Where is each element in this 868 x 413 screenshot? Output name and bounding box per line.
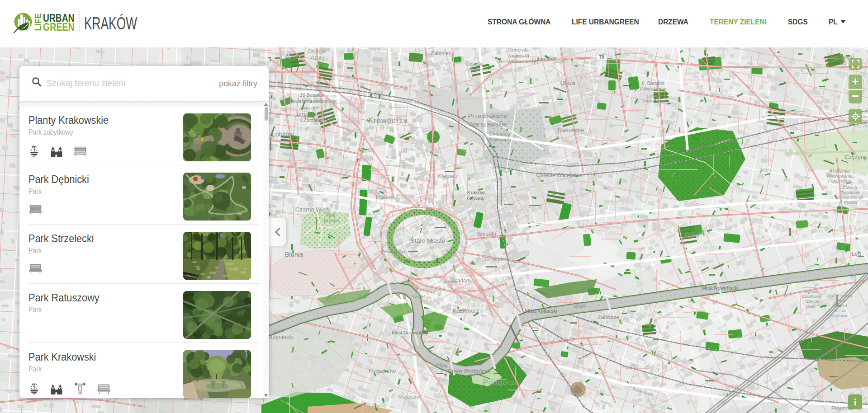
svg-text:Zabłocie: Zabłocie [597, 314, 619, 320]
svg-text:Zabiniec: Zabiniec [465, 67, 483, 72]
svg-text:6. Batalion: 6. Batalion [642, 80, 664, 86]
svg-text:Olsza: Olsza [560, 80, 575, 86]
svg-text:bryg. Mariana: bryg. Mariana [297, 111, 327, 117]
svg-text:Stradom: Stradom [450, 277, 470, 284]
svg-text:303: 303 [838, 61, 846, 66]
svg-text:Ogródki: Ogródki [804, 289, 820, 294]
svg-text:"Zakole: "Zakole [805, 299, 819, 304]
svg-text:Dąbie: Dąbie [685, 232, 700, 238]
svg-text:Lotniczy: Lotniczy [647, 94, 663, 99]
svg-text:Zdrzałki: Zdrzałki [303, 117, 321, 123]
svg-text:Osiedle: Osiedle [308, 48, 326, 55]
svg-text:Most Grunwaldzki: Most Grunwaldzki [392, 330, 429, 335]
svg-text:Zakłady: Zakłady [842, 185, 859, 190]
svg-text:79: 79 [599, 55, 604, 60]
svg-text:16 Batalion: 16 Batalion [299, 92, 324, 98]
svg-text:Wawel: Wawel [413, 294, 425, 299]
svg-text:Kraków: Kraków [467, 190, 485, 195]
svg-text:Oddział: Oddział [832, 303, 847, 308]
svg-text:Osiedle: Osiedle [466, 61, 482, 67]
svg-text:nr 1 w: nr 1 w [834, 308, 846, 313]
svg-text:Łęg: Łęg [852, 251, 861, 257]
svg-text:Most Kotlarski: Most Kotlarski [525, 308, 557, 314]
svg-text:Generała: Generała [508, 47, 529, 52]
svg-text:Fizycznego: Fizycznego [828, 178, 851, 183]
svg-text:Stare Miasto: Stare Miasto [411, 237, 445, 244]
svg-text:Rakowice: Rakowice [558, 127, 584, 133]
svg-text:Wisły": Wisły" [806, 304, 818, 309]
svg-text:Główny: Główny [467, 196, 485, 201]
svg-text:Przedmieście: Przedmieście [468, 113, 507, 120]
svg-text:Wychowania: Wychowania [827, 174, 853, 178]
svg-text:Warszawskie: Warszawskie [469, 121, 507, 128]
svg-text:Rakowicki: Rakowicki [489, 137, 511, 142]
svg-text:Piłsudskiego: Piłsudskiego [382, 249, 405, 254]
svg-text:Zabiniec: Zabiniec [431, 50, 451, 56]
svg-text:Kleparz: Kleparz [438, 173, 458, 179]
svg-text:Azory: Azory [285, 53, 301, 60]
svg-text:Grzegórzki: Grzegórzki [484, 256, 511, 263]
svg-text:Czarna Wieś: Czarna Wieś [295, 206, 329, 213]
svg-text:Krakowie: Krakowie [830, 313, 848, 318]
svg-text:Ciepła: Ciepła [834, 298, 846, 303]
svg-text:Działkowe: Działkowe [802, 294, 821, 299]
svg-text:Krowodrza: Krowodrza [368, 116, 408, 124]
svg-text:Osiedle Oficerskie: Osiedle Oficerskie [536, 172, 582, 178]
svg-text:Dowodzenia: Dowodzenia [640, 86, 666, 91]
svg-text:Powietrznodesantowy: Powietrznodesantowy [288, 99, 337, 104]
svg-text:Łobzów: Łobzów [272, 131, 294, 138]
svg-text:Cmentarz: Cmentarz [489, 131, 511, 136]
svg-text:Stare Podgórze: Stare Podgórze [448, 368, 490, 375]
svg-text:Jordana: Jordana [322, 218, 339, 223]
svg-text:Wesoła: Wesoła [477, 230, 497, 237]
svg-text:Kazimierz: Kazimierz [452, 307, 479, 314]
svg-text:Błonia: Błonia [285, 251, 304, 258]
svg-text:PGE Energia: PGE Energia [827, 293, 852, 298]
svg-text:Podgórze: Podgórze [483, 378, 520, 387]
svg-text:Akademia: Akademia [829, 169, 850, 174]
svg-text:im. gen.: im. gen. [303, 105, 321, 110]
svg-text:Ludwinów: Ludwinów [369, 368, 396, 375]
svg-text:Azory: Azory [311, 55, 325, 61]
svg-text:Tadeusza: Tadeusza [508, 53, 529, 58]
svg-text:Most Nowohucki: Most Nowohucki [702, 285, 739, 291]
svg-text:Mateczny: Mateczny [398, 394, 420, 399]
svg-text:Piasek: Piasek [375, 193, 394, 200]
svg-text:Park: Park [326, 213, 336, 218]
svg-text:Czyżyny: Czyżyny [844, 154, 867, 160]
svg-text:Philip Morris: Philip Morris [839, 195, 863, 200]
svg-text:Polska: Polska [844, 200, 857, 205]
svg-text:Park Kultury: Park Kultury [643, 99, 667, 103]
svg-text:Tytoniowe: Tytoniowe [841, 190, 860, 195]
